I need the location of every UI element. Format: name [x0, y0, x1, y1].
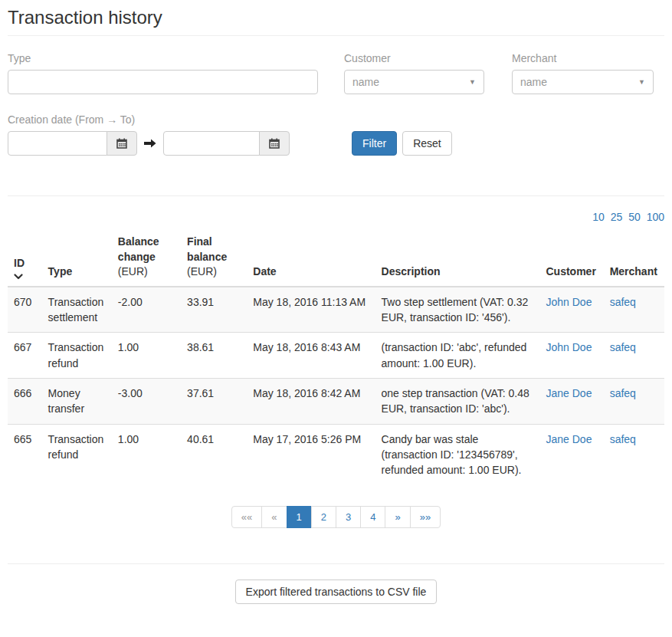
calendar-icon	[116, 138, 127, 149]
column-header-merchant[interactable]: Merchant	[604, 228, 664, 287]
date-to-calendar-button[interactable]	[259, 131, 290, 156]
pagination-prev: «	[261, 506, 287, 528]
page-size-50[interactable]: 50	[628, 211, 641, 223]
date-to-input[interactable]	[163, 131, 260, 156]
table-row: 670 Transaction settlement -2.00 33.91 M…	[8, 287, 664, 333]
merchant-link[interactable]: safeq	[610, 341, 636, 353]
cell-description: Two step settlement (VAT: 0.32 EUR, tran…	[375, 287, 540, 333]
page-size-25[interactable]: 25	[611, 211, 623, 223]
cell-id: 665	[8, 424, 42, 484]
merchant-label: Merchant	[512, 52, 654, 64]
cell-date: May 18, 2016 11:13 AM	[247, 287, 375, 333]
date-range-inputs	[8, 131, 344, 156]
cell-date: May 18, 2016 8:43 AM	[247, 333, 375, 379]
cell-type: Transaction refund	[42, 424, 112, 484]
filter-buttons: Filter Reset	[352, 131, 452, 156]
customer-select-value: name	[352, 76, 379, 88]
merchant-link[interactable]: safeq	[610, 433, 636, 445]
cell-description: (transaction ID: 'abc', refunded amount:…	[375, 333, 540, 379]
pagination: «« « 1 2 3 4 » »»	[8, 506, 664, 528]
column-header-balance-change[interactable]: Balance change (EUR)	[112, 228, 181, 287]
filter-row-2: Creation date (From → To)	[8, 113, 664, 156]
date-from-input[interactable]	[8, 131, 107, 156]
customer-link[interactable]: John Doe	[546, 341, 592, 353]
reset-button[interactable]: Reset	[402, 131, 452, 156]
cell-final-balance: 40.61	[181, 424, 247, 484]
customer-filter-group: Customer name ▼	[344, 52, 484, 94]
merchant-select-value: name	[520, 76, 547, 88]
chevron-down-icon: ▼	[469, 79, 476, 86]
customer-link[interactable]: Jane Doe	[546, 387, 592, 399]
table-row: 666 Money transfer -3.00 37.61 May 18, 2…	[8, 378, 664, 424]
cell-type: Money transfer	[42, 378, 112, 424]
column-header-final-balance[interactable]: Final balance (EUR)	[181, 228, 247, 287]
creation-date-filter-group: Creation date (From → To)	[8, 113, 344, 156]
page-size-selector: 10 25 50 100	[8, 211, 664, 223]
merchant-link[interactable]: safeq	[610, 296, 636, 308]
column-header-id[interactable]: ID	[8, 228, 42, 287]
calendar-icon	[269, 138, 280, 149]
export-csv-button[interactable]: Export filtered transactions to CSV file	[235, 580, 438, 604]
cell-id: 667	[8, 333, 42, 379]
cell-description: one step transaction (VAT: 0.48 EUR, tra…	[375, 378, 540, 424]
pagination-first: ««	[231, 506, 262, 528]
pagination-page-1[interactable]: 1	[287, 506, 312, 528]
page-size-10[interactable]: 10	[592, 211, 605, 223]
merchant-select[interactable]: name ▼	[512, 70, 654, 94]
table-row: 665 Transaction refund 1.00 40.61 May 17…	[8, 424, 664, 484]
date-from-calendar-button[interactable]	[107, 131, 137, 156]
creation-date-label: Creation date (From → To)	[8, 113, 344, 126]
cell-balance-change: -2.00	[112, 287, 181, 333]
merchant-filter-group: Merchant name ▼	[512, 52, 654, 94]
pagination-last[interactable]: »»	[410, 506, 441, 528]
cell-balance-change: -3.00	[112, 378, 181, 424]
pagination-next[interactable]: »	[385, 506, 410, 528]
column-header-description[interactable]: Description	[375, 228, 540, 287]
type-filter-group: Type	[8, 52, 318, 94]
customer-label: Customer	[344, 52, 484, 64]
type-label: Type	[8, 52, 318, 64]
customer-select[interactable]: name ▼	[344, 70, 484, 94]
merchant-link[interactable]: safeq	[610, 387, 636, 399]
pagination-page-2[interactable]: 2	[311, 506, 336, 528]
cell-type: Transaction refund	[42, 333, 112, 379]
export-section-divider	[8, 563, 664, 564]
transactions-table: ID Type Balance change (EUR) Final balan…	[8, 228, 664, 484]
cell-id: 666	[8, 378, 42, 424]
cell-final-balance: 37.61	[181, 378, 247, 424]
column-header-type[interactable]: Type	[42, 228, 112, 287]
section-divider	[8, 195, 664, 196]
cell-final-balance: 33.91	[181, 287, 247, 333]
table-header-row: ID Type Balance change (EUR) Final balan…	[8, 228, 664, 287]
cell-balance-change: 1.00	[112, 333, 181, 379]
cell-balance-change: 1.00	[112, 424, 181, 484]
sort-desc-icon	[14, 274, 23, 280]
chevron-down-icon: ▼	[638, 79, 645, 86]
cell-date: May 17, 2016 5:26 PM	[247, 424, 375, 484]
filter-row-1: Type Customer name ▼ Merchant name ▼	[8, 52, 664, 94]
pagination-page-4[interactable]: 4	[360, 506, 385, 528]
export-section: Export filtered transactions to CSV file	[8, 580, 664, 604]
column-header-customer[interactable]: Customer	[539, 228, 603, 287]
cell-date: May 18, 2016 8:42 AM	[247, 378, 375, 424]
pagination-page-3[interactable]: 3	[336, 506, 361, 528]
page-title: Transaction history	[8, 7, 664, 36]
customer-link[interactable]: John Doe	[546, 296, 592, 308]
cell-description: Candy bar was stale (transaction ID: '12…	[375, 424, 540, 484]
page-size-100[interactable]: 100	[647, 211, 664, 223]
cell-final-balance: 38.61	[181, 333, 247, 379]
filter-button[interactable]: Filter	[352, 131, 397, 156]
column-header-date[interactable]: Date	[247, 228, 375, 287]
arrow-right-icon	[144, 139, 156, 148]
cell-id: 670	[8, 287, 42, 333]
customer-link[interactable]: Jane Doe	[546, 433, 592, 445]
table-row: 667 Transaction refund 1.00 38.61 May 18…	[8, 333, 664, 379]
transaction-history-page: Transaction history Type Customer name ▼…	[0, 7, 672, 604]
type-input[interactable]	[8, 70, 318, 94]
cell-type: Transaction settlement	[42, 287, 112, 333]
